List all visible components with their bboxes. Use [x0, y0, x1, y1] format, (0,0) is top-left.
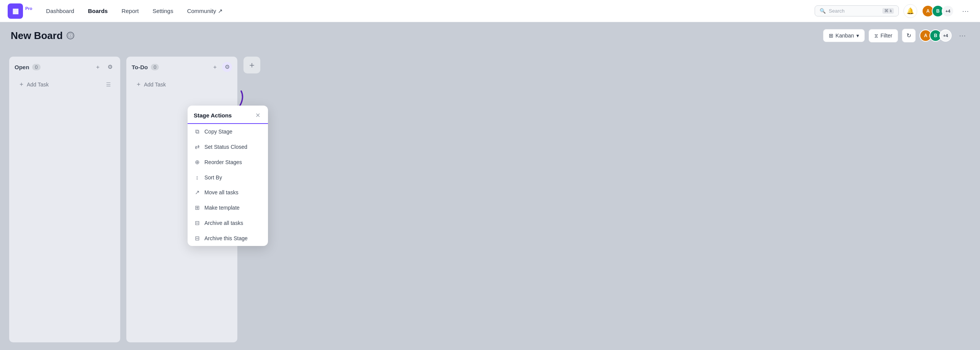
nav-boards[interactable]: Boards — [82, 5, 114, 16]
reorder-icon: ⊕ — [194, 159, 201, 166]
column-todo-actions: ＋ ⚙ — [210, 62, 232, 72]
context-menu-title: Stage Actions — [194, 112, 232, 119]
search-placeholder: Search — [829, 8, 879, 14]
copy-stage-icon: ⧉ — [194, 128, 201, 135]
copy-stage-label: Copy Stage — [204, 129, 232, 135]
archive-stage-label: Archive this Stage — [204, 235, 248, 241]
sort-icon: ↕ — [194, 174, 201, 181]
set-status-label: Set Status Closed — [204, 144, 247, 150]
menu-item-make-template[interactable]: ⊞ Make template — [188, 200, 268, 215]
search-shortcut: ⌘ k — [882, 8, 894, 14]
list-icon: ☰ — [106, 81, 111, 88]
refresh-button[interactable]: ↻ — [902, 29, 916, 42]
nav-links: Dashboard Boards Report Settings Communi… — [40, 5, 815, 17]
nav-report[interactable]: Report — [115, 5, 145, 16]
board-header: New Board ⓘ ⊞ Kanban ▾ ⧖ Filter ↻ A B +4… — [0, 22, 980, 49]
column-open-title-area: Open 0 — [15, 64, 41, 70]
search-icon: 🔍 — [820, 8, 826, 14]
add-task-icon-todo: ＋ — [136, 80, 142, 88]
archive-stage-icon: ⊟ — [194, 235, 201, 242]
column-open-settings-button[interactable]: ⚙ — [105, 62, 115, 72]
add-task-label-todo: Add Task — [144, 81, 166, 88]
sort-label: Sort By — [204, 174, 222, 181]
context-menu-close-button[interactable]: ✕ — [253, 111, 262, 119]
add-column-icon: ＋ — [248, 59, 256, 71]
add-task-icon: ＋ — [18, 80, 24, 88]
search-box[interactable]: 🔍 Search ⌘ k — [815, 5, 899, 16]
menu-item-copy-stage[interactable]: ⧉ Copy Stage — [188, 124, 268, 139]
menu-item-move-tasks[interactable]: ↗ Move all tasks — [188, 185, 268, 200]
column-open-title: Open — [15, 64, 29, 70]
logo-icon: ▦ — [12, 8, 19, 15]
app-logo[interactable]: ▦ — [8, 3, 23, 19]
navbar: ▦ Pro Dashboard Boards Report Settings C… — [0, 0, 980, 22]
kanban-icon: ⊞ — [829, 33, 833, 39]
column-todo-add-button[interactable]: ＋ — [210, 62, 220, 72]
column-open-actions: ＋ ⚙ — [93, 62, 115, 72]
board-title-area: New Board ⓘ — [11, 30, 74, 42]
add-column-button[interactable]: ＋ — [243, 57, 260, 73]
column-open-header: Open 0 ＋ ⚙ — [15, 62, 115, 72]
archive-tasks-label: Archive all tasks — [204, 220, 243, 226]
board-body: Open 0 ＋ ⚙ ＋ Add Task ☰ To-Do 0 ＋ ⚙ — [0, 49, 980, 350]
filter-icon: ⧖ — [874, 33, 878, 39]
column-todo-count: 0 — [151, 64, 159, 70]
notifications-button[interactable]: 🔔 — [903, 4, 917, 18]
column-open-count: 0 — [32, 64, 40, 70]
archive-tasks-icon: ⊟ — [194, 220, 201, 226]
nav-dashboard[interactable]: Dashboard — [40, 5, 80, 16]
menu-item-archive-tasks[interactable]: ⊟ Archive all tasks — [188, 215, 268, 231]
menu-item-reorder[interactable]: ⊕ Reorder Stages — [188, 155, 268, 170]
column-todo-settings-button[interactable]: ⚙ — [222, 62, 232, 72]
more-options-button[interactable]: ⋯ — [959, 4, 972, 18]
make-template-icon: ⊞ — [194, 204, 201, 211]
avatar-count: +4 — [942, 5, 954, 17]
board-user-avatars: A B +4 — [920, 29, 952, 42]
nav-community[interactable]: Community ↗ — [181, 5, 229, 17]
column-open-add-button[interactable]: ＋ — [93, 62, 103, 72]
chevron-down-icon: ▾ — [856, 33, 859, 39]
board-avatar-count: +4 — [939, 29, 952, 42]
user-avatars: A B +4 — [922, 5, 954, 17]
filter-label: Filter — [880, 33, 892, 39]
column-open-add-task-button[interactable]: ＋ Add Task ☰ — [15, 77, 115, 91]
column-todo-title-area: To-Do 0 — [132, 64, 159, 70]
menu-item-archive-stage[interactable]: ⊟ Archive this Stage — [188, 231, 268, 246]
add-task-label: Add Task — [27, 81, 49, 88]
stage-actions-menu: Stage Actions ✕ ⧉ Copy Stage ⇄ Set Statu… — [188, 106, 268, 246]
menu-item-set-status[interactable]: ⇄ Set Status Closed — [188, 139, 268, 155]
column-todo-add-task-button[interactable]: ＋ Add Task — [132, 77, 232, 91]
board-actions: ⊞ Kanban ▾ ⧖ Filter ↻ A B +4 ⋯ — [823, 29, 969, 42]
move-tasks-label: Move all tasks — [204, 189, 238, 195]
kanban-label: Kanban — [836, 33, 854, 39]
column-open: Open 0 ＋ ⚙ ＋ Add Task ☰ — [9, 57, 120, 342]
make-template-label: Make template — [204, 205, 240, 211]
column-todo-title: To-Do — [132, 64, 148, 70]
nav-right: 🔍 Search ⌘ k 🔔 A B +4 ⋯ — [815, 4, 972, 18]
move-tasks-icon: ↗ — [194, 189, 201, 196]
column-todo-header: To-Do 0 ＋ ⚙ — [132, 62, 232, 72]
board-title: New Board — [11, 30, 63, 42]
refresh-icon: ↻ — [906, 32, 911, 39]
menu-item-sort-by[interactable]: ↕ Sort By — [188, 170, 268, 185]
context-menu-header: Stage Actions ✕ — [188, 106, 268, 124]
board-info-button[interactable]: ⓘ — [67, 32, 74, 39]
board-more-button[interactable]: ⋯ — [956, 29, 969, 42]
nav-settings[interactable]: Settings — [146, 5, 179, 16]
filter-button[interactable]: ⧖ Filter — [869, 29, 898, 42]
reorder-label: Reorder Stages — [204, 159, 242, 165]
set-status-icon: ⇄ — [194, 143, 201, 150]
pro-badge: Pro — [25, 6, 32, 11]
kanban-view-button[interactable]: ⊞ Kanban ▾ — [823, 29, 865, 42]
